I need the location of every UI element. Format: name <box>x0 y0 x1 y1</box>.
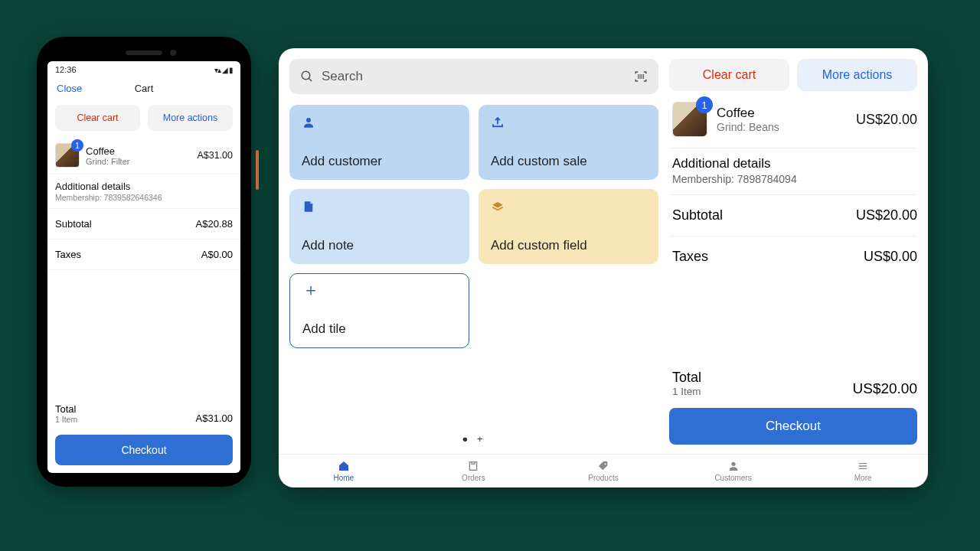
quantity-badge: 1 <box>696 96 713 113</box>
more-actions-button[interactable]: More actions <box>148 105 233 131</box>
phone-screen: 12:36 ▾▴ ◢ ▮ Close Cart Clear cart More … <box>47 61 240 473</box>
tile-label: Add custom field <box>491 238 646 253</box>
status-icons: ▾▴ ◢ ▮ <box>214 66 233 74</box>
page-indicator[interactable]: ● + <box>289 424 658 454</box>
home-indicator[interactable] <box>109 474 178 478</box>
tile-label: Add custom sale <box>491 154 646 169</box>
add-note-tile[interactable]: Add note <box>289 189 469 264</box>
nav-products[interactable]: Products <box>538 455 668 487</box>
tag-icon <box>597 460 609 472</box>
bottom-nav: Home Orders Products Customers More <box>279 454 928 487</box>
orders-icon <box>467 460 479 472</box>
svg-rect-3 <box>640 74 641 79</box>
home-icon <box>338 460 350 472</box>
line-price: US$20.00 <box>856 112 917 128</box>
cart-header: Close Cart <box>47 78 240 99</box>
total-label: Total <box>672 370 701 386</box>
plus-icon: ＋ <box>302 285 456 295</box>
barcode-icon[interactable] <box>634 70 648 83</box>
nav-more[interactable]: More <box>798 455 928 487</box>
more-actions-button[interactable]: More actions <box>797 59 917 91</box>
svg-rect-5 <box>643 74 644 79</box>
cart-item[interactable]: 1 Coffee Grind: Beans US$20.00 <box>669 91 917 148</box>
phone-frame: 12:36 ▾▴ ◢ ▮ Close Cart Clear cart More … <box>37 37 251 487</box>
subtotal-label: Subtotal <box>672 207 723 223</box>
search-bar[interactable]: Search <box>289 59 658 94</box>
add-custom-sale-tile[interactable]: Add custom sale <box>479 105 658 180</box>
checkout-button[interactable]: Checkout <box>669 408 917 445</box>
clear-cart-button[interactable]: Clear cart <box>55 105 140 131</box>
total-value: A$31.00 <box>196 412 233 424</box>
product-thumbnail: 1 <box>55 143 80 168</box>
customer-icon <box>727 460 740 472</box>
svg-point-9 <box>731 462 735 466</box>
svg-rect-2 <box>638 74 639 79</box>
cart-item[interactable]: 1 Coffee Grind: Filter A$31.00 <box>47 137 240 174</box>
svg-line-1 <box>309 78 312 81</box>
clear-cart-button[interactable]: Clear cart <box>669 59 789 91</box>
product-thumbnail: 1 <box>672 102 707 137</box>
svg-point-0 <box>302 71 310 80</box>
additional-details[interactable]: Additional details Membership: 789878409… <box>669 148 917 195</box>
tablet-frame: Search Add customer Add custom sale Add … <box>279 48 928 487</box>
nav-label: Orders <box>462 474 485 482</box>
nav-orders[interactable]: Orders <box>409 455 539 487</box>
cart-panel: Clear cart More actions 1 Coffee Grind: … <box>669 48 928 454</box>
nav-label: Home <box>333 474 354 482</box>
line-price: A$31.00 <box>197 150 233 161</box>
details-title: Additional details <box>55 181 233 192</box>
total-row: Total 1 Item A$31.00 <box>47 399 240 430</box>
subtotal-row: Subtotal US$20.00 <box>669 195 917 236</box>
quantity-badge: 1 <box>71 139 83 152</box>
phone-speaker <box>126 51 162 55</box>
nav-home[interactable]: Home <box>279 455 409 487</box>
details-line: Membership: 7898784094 <box>672 173 917 185</box>
add-custom-field-tile[interactable]: Add custom field <box>479 189 658 264</box>
svg-rect-7 <box>470 462 477 471</box>
person-icon <box>302 116 315 129</box>
tile-label: Add customer <box>302 154 457 169</box>
product-name: Coffee <box>86 145 191 157</box>
main-panel: Search Add customer Add custom sale Add … <box>279 48 669 454</box>
subtotal-row: Subtotal A$20.88 <box>47 209 240 240</box>
svg-point-8 <box>605 463 606 465</box>
note-icon <box>302 200 315 214</box>
tile-label: Add tile <box>302 321 456 337</box>
subtotal-value: US$20.00 <box>856 207 917 223</box>
close-button[interactable]: Close <box>57 83 82 94</box>
taxes-value: US$0.00 <box>864 249 917 265</box>
taxes-label: Taxes <box>672 249 708 265</box>
page-title: Cart <box>135 83 154 94</box>
additional-details[interactable]: Additional details Membership: 783958264… <box>47 174 240 209</box>
checkout-button[interactable]: Checkout <box>55 435 233 465</box>
total-row: Total 1 Item US$20.00 <box>669 365 917 405</box>
total-item-count: 1 Item <box>672 386 701 397</box>
subtotal-label: Subtotal <box>55 218 92 230</box>
taxes-row: Taxes A$0.00 <box>47 240 240 270</box>
nav-label: Products <box>588 474 618 482</box>
product-variant: Grind: Filter <box>86 157 191 166</box>
total-label: Total <box>55 403 77 415</box>
total-item-count: 1 Item <box>55 415 77 424</box>
details-line: Membership: 7839582646346 <box>55 193 233 202</box>
taxes-row: Taxes US$0.00 <box>669 236 917 277</box>
svg-rect-4 <box>642 74 642 79</box>
tile-label: Add note <box>302 238 457 253</box>
upload-icon <box>491 116 505 129</box>
taxes-value: A$0.00 <box>201 249 233 260</box>
nav-label: Customers <box>714 474 751 482</box>
search-icon <box>300 70 314 83</box>
subtotal-value: A$20.88 <box>196 218 233 230</box>
status-time: 12:36 <box>55 65 77 74</box>
add-customer-tile[interactable]: Add customer <box>289 105 469 180</box>
menu-icon <box>857 460 869 472</box>
phone-power-button <box>256 150 259 190</box>
field-icon <box>491 200 505 214</box>
nav-customers[interactable]: Customers <box>668 455 799 487</box>
nav-label: More <box>854 474 872 482</box>
search-placeholder: Search <box>322 69 626 84</box>
taxes-label: Taxes <box>55 249 81 260</box>
details-title: Additional details <box>672 156 917 171</box>
add-tile-button[interactable]: ＋ Add tile <box>289 273 469 348</box>
product-name: Coffee <box>717 106 847 121</box>
